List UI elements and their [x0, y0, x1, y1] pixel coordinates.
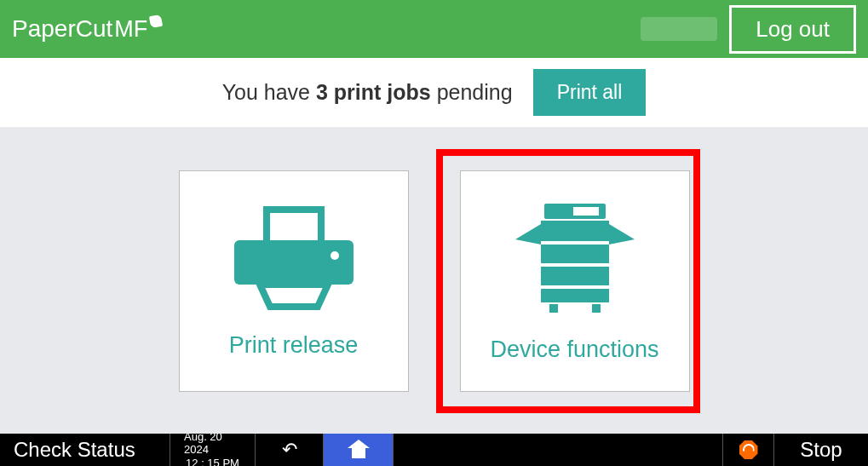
datetime-display: Aug. 20 2024 12 : 15 PM — [170, 434, 256, 466]
pending-jobs-text: You have 3 print jobs pending — [222, 80, 513, 105]
svg-rect-11 — [541, 289, 609, 302]
main-area: Print release Device functions — [0, 128, 868, 434]
svg-rect-10 — [541, 267, 609, 285]
device-functions-label: Device functions — [490, 337, 658, 363]
device-functions-tile[interactable]: Device functions — [460, 170, 690, 392]
home-button[interactable] — [324, 434, 394, 466]
check-status-button[interactable]: Check Status — [0, 434, 170, 466]
logo-text-cut: Cut — [76, 15, 113, 43]
pending-bar: You have 3 print jobs pending Print all — [0, 58, 868, 128]
pending-suffix: pending — [431, 80, 513, 104]
back-button[interactable]: ↶ — [256, 434, 324, 466]
pending-count: 3 print jobs — [316, 80, 431, 104]
svg-point-2 — [331, 251, 339, 260]
stop-icon-button[interactable] — [723, 434, 774, 466]
svg-marker-8 — [609, 224, 635, 245]
print-all-button[interactable]: Print all — [533, 69, 647, 116]
print-release-label: Print release — [229, 332, 359, 359]
svg-rect-6 — [541, 221, 609, 241]
stop-label: Stop — [800, 438, 842, 462]
logo-text-paper: Paper — [12, 15, 76, 43]
header-bar: PaperCut MF Log out — [0, 0, 868, 58]
svg-rect-9 — [541, 245, 609, 263]
svg-rect-12 — [549, 304, 558, 313]
user-name-redacted — [641, 17, 717, 41]
svg-marker-7 — [515, 224, 541, 245]
logout-button[interactable]: Log out — [729, 5, 856, 54]
svg-rect-13 — [592, 304, 601, 313]
svg-rect-1 — [234, 240, 354, 285]
check-status-label: Check Status — [14, 438, 135, 462]
printer-icon — [226, 203, 362, 314]
svg-marker-3 — [260, 285, 328, 307]
leaf-icon — [149, 14, 163, 28]
stop-icon — [739, 440, 758, 459]
bottom-spacer — [394, 434, 723, 466]
bottom-bar: Check Status Aug. 20 2024 12 : 15 PM ↶ S… — [0, 434, 868, 466]
svg-rect-5 — [573, 207, 599, 216]
header-right: Log out — [641, 5, 856, 54]
date-text: Aug. 20 2024 — [184, 430, 241, 457]
pending-prefix: You have — [222, 80, 316, 104]
copier-icon — [507, 198, 643, 318]
back-icon: ↶ — [282, 439, 297, 461]
print-release-tile[interactable]: Print release — [179, 170, 409, 392]
svg-rect-0 — [267, 210, 321, 244]
papercut-logo: PaperCut MF — [12, 15, 162, 43]
time-text: 12 : 15 PM — [186, 457, 239, 466]
stop-button[interactable]: Stop — [774, 434, 868, 466]
home-icon — [348, 441, 370, 458]
logo-text-mf: MF — [114, 16, 147, 43]
